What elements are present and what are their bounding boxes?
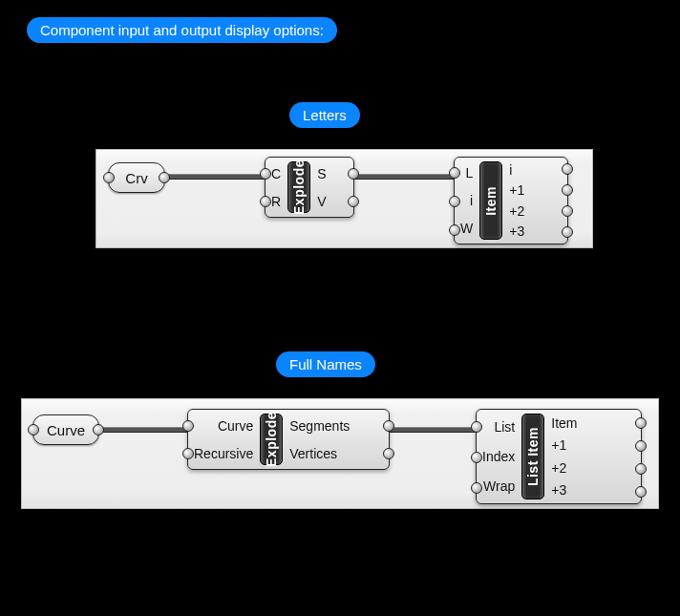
input-port[interactable]: Recursive — [194, 444, 253, 463]
grip — [159, 172, 170, 183]
component-explode-fullnames[interactable]: Curve Recursive Explode Segments Vertice… — [187, 409, 390, 470]
output-port[interactable]: +2 — [551, 458, 577, 478]
param-label: Crv — [125, 170, 147, 186]
input-port[interactable]: List — [482, 417, 515, 436]
grip — [449, 224, 460, 236]
grip — [635, 440, 647, 452]
input-port[interactable]: C — [271, 164, 281, 183]
param-curve-letters[interactable]: Crv — [108, 162, 165, 193]
component-listitem-fullnames[interactable]: List Index Wrap List Item Item +1 +2 +3 — [476, 409, 642, 504]
input-port[interactable]: L — [460, 163, 473, 182]
output-port[interactable]: Vertices — [289, 444, 350, 463]
grip — [93, 424, 104, 435]
output-port[interactable]: +3 — [509, 222, 524, 241]
component-explode-letters[interactable]: C R Explode S V — [265, 157, 354, 218]
grip — [471, 452, 482, 463]
grip — [562, 205, 573, 217]
grip — [562, 163, 573, 175]
input-port[interactable]: Curve — [194, 416, 253, 435]
component-name-plate: Item — [479, 161, 502, 240]
grip — [449, 196, 460, 207]
section-label-fullnames: Full Names — [276, 351, 375, 377]
grip — [635, 486, 647, 498]
input-port[interactable]: R — [271, 192, 281, 211]
component-item-letters[interactable]: L i W Item i +1 +2 +3 — [454, 157, 568, 244]
input-port[interactable]: Wrap — [482, 477, 515, 496]
grip — [635, 417, 647, 429]
header-title: Component input and output display optio… — [40, 22, 324, 38]
grip — [182, 448, 194, 459]
grip — [383, 448, 394, 459]
header-pill: Component input and output display optio… — [27, 17, 337, 43]
output-port[interactable]: Item — [551, 414, 577, 433]
wire — [342, 174, 461, 180]
grip — [383, 420, 394, 432]
grip — [348, 168, 359, 180]
output-port[interactable]: +1 — [551, 435, 577, 455]
input-port[interactable]: Index — [482, 447, 515, 466]
grip — [260, 196, 271, 207]
component-name-plate: Explode — [260, 414, 283, 465]
grip — [182, 420, 194, 432]
param-label: Curve — [47, 422, 85, 438]
grip — [103, 172, 115, 183]
output-port[interactable]: +3 — [551, 480, 577, 499]
grip — [449, 167, 460, 179]
grip — [28, 424, 39, 435]
grip — [635, 463, 647, 475]
grip — [260, 168, 271, 180]
output-port[interactable]: V — [317, 192, 326, 211]
component-name-plate: Explode — [287, 161, 310, 213]
param-curve-fullnames[interactable]: Curve — [32, 414, 99, 445]
output-port[interactable]: +2 — [509, 202, 524, 221]
input-port[interactable]: i — [460, 191, 473, 210]
output-port[interactable]: i — [509, 160, 524, 180]
output-port[interactable]: S — [317, 164, 326, 183]
section-label-letters: Letters — [289, 102, 360, 128]
input-port[interactable]: W — [460, 219, 473, 238]
grip — [348, 196, 359, 207]
component-name-plate: List Item — [521, 414, 544, 499]
output-port[interactable]: Segments — [289, 416, 350, 435]
grip — [471, 421, 482, 433]
grip — [562, 226, 573, 238]
grip — [562, 184, 573, 196]
grip — [471, 482, 482, 494]
output-port[interactable]: +1 — [509, 181, 524, 200]
